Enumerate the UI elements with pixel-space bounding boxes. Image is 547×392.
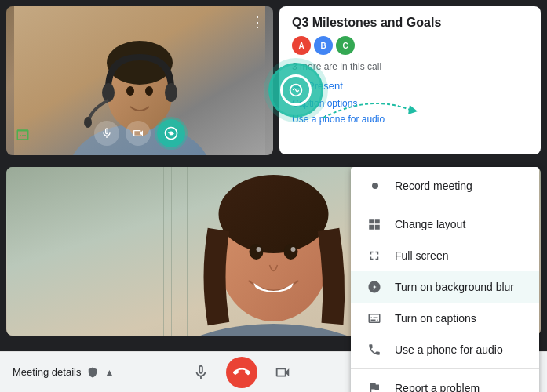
- svg-point-5: [102, 83, 115, 102]
- menu-background-blur-label: Turn on background blur: [395, 281, 514, 293]
- layout-icon: [366, 216, 382, 232]
- menu-item-record[interactable]: Record meeting: [351, 170, 539, 201]
- fullscreen-icon: [366, 248, 382, 263]
- toolbar-mic-button[interactable]: [185, 357, 217, 388]
- svg-point-8: [126, 86, 134, 96]
- top-mic-button[interactable]: [94, 121, 119, 146]
- participants-count-text: 3 more are in this call: [292, 61, 528, 72]
- arrow-connector: [323, 94, 418, 141]
- menu-captions-label: Turn on captions: [395, 312, 476, 325]
- menu-fullscreen-label: Full screen: [395, 249, 448, 262]
- svg-point-26: [257, 247, 261, 252]
- captions-icon: [366, 310, 382, 326]
- svg-point-23: [219, 175, 329, 253]
- menu-item-captions[interactable]: Turn on captions: [351, 303, 539, 334]
- end-call-button[interactable]: [226, 357, 257, 388]
- svg-point-27: [291, 247, 296, 252]
- shield-icon: [87, 367, 98, 378]
- svg-point-7: [84, 117, 92, 128]
- phone-icon: [366, 342, 382, 358]
- top-video-controls: [94, 119, 185, 147]
- present-button[interactable]: Present: [292, 77, 528, 95]
- menu-item-fullscreen[interactable]: Full screen: [351, 240, 539, 271]
- avatar-3: C: [336, 36, 355, 55]
- svg-point-6: [165, 83, 177, 102]
- record-icon: [366, 178, 382, 194]
- top-effects-button[interactable]: [157, 119, 185, 147]
- top-cam-button[interactable]: [126, 121, 151, 146]
- effects-circle-highlight: [268, 63, 323, 118]
- menu-item-report[interactable]: Report a problem: [351, 372, 539, 392]
- top-section: ⋮: [0, 0, 547, 161]
- svg-point-24: [250, 244, 264, 260]
- menu-record-label: Record meeting: [395, 180, 472, 192]
- toolbar-left-section: Meeting details ▲: [13, 366, 114, 378]
- meeting-details-label: Meeting details: [13, 366, 81, 378]
- effects-icon-circle: [280, 74, 312, 106]
- dropdown-menu: Record meeting Change layout Full screen: [351, 167, 539, 392]
- svg-marker-13: [408, 105, 418, 114]
- menu-divider-1: [351, 205, 539, 205]
- bottom-section: Record meeting Change layout Full screen: [0, 161, 547, 361]
- svg-point-25: [284, 244, 298, 260]
- report-icon: [366, 380, 382, 392]
- pip-icon: [16, 128, 30, 146]
- menu-divider-2: [351, 368, 539, 369]
- menu-item-layout[interactable]: Change layout: [351, 209, 539, 240]
- avatar-2: B: [314, 36, 333, 55]
- toolbar-center-section: [185, 357, 298, 388]
- menu-item-background-blur[interactable]: Turn on background blur: [351, 271, 539, 303]
- avatar-1: A: [292, 36, 311, 55]
- menu-item-phone[interactable]: Use a phone for audio: [351, 334, 539, 365]
- top-video-feed: ⋮: [6, 6, 273, 155]
- background-blur-icon: [366, 279, 382, 295]
- meeting-title: Q3 Milestones and Goals: [292, 16, 528, 30]
- participant-avatars: A B C: [292, 36, 528, 55]
- menu-phone-label: Use a phone for audio: [395, 343, 503, 356]
- toolbar-cam-button[interactable]: [267, 357, 298, 388]
- menu-layout-label: Change layout: [395, 218, 465, 230]
- svg-point-11: [170, 132, 172, 134]
- toolbar-expand-chevron[interactable]: ▲: [104, 367, 114, 378]
- top-video-more-button[interactable]: ⋮: [248, 13, 267, 31]
- menu-report-label: Report a problem: [395, 382, 480, 392]
- svg-point-9: [145, 86, 153, 96]
